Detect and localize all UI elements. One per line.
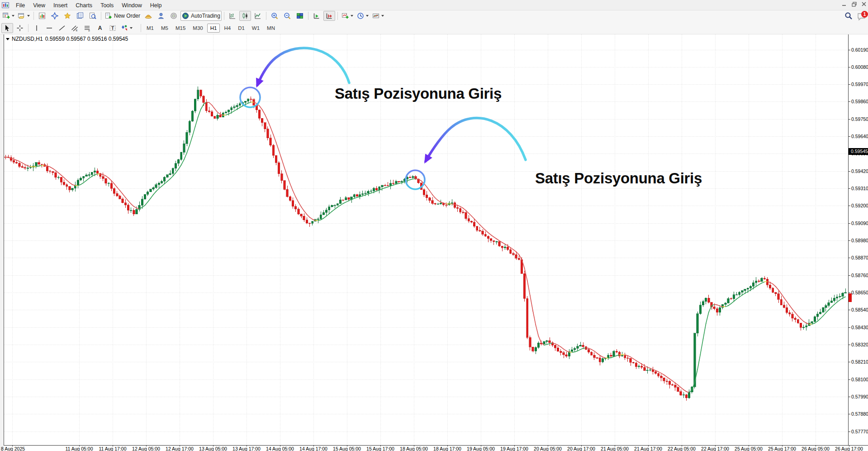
candle-body (331, 205, 333, 207)
zoom-in-button[interactable] (269, 11, 280, 21)
horizontal-line-tool-button[interactable] (43, 23, 55, 33)
ma-segment (293, 191, 296, 197)
svg-text:E: E (76, 29, 78, 31)
zoom-out-button[interactable] (281, 11, 293, 21)
ma-segment (575, 351, 578, 352)
menu-item-tools[interactable]: Tools (96, 1, 118, 10)
ma-segment (558, 345, 561, 347)
autotrading-button[interactable]: AutoTrading (180, 11, 222, 21)
terminal-button[interactable] (74, 11, 86, 21)
candle-body (797, 320, 799, 323)
bar-chart-mode-button[interactable] (227, 11, 238, 21)
timeframe-m30-button[interactable]: M30 (190, 24, 206, 33)
favorites-button[interactable] (62, 11, 73, 21)
vertical-line-tool-button[interactable] (31, 23, 43, 33)
ma-segment (195, 117, 198, 126)
candle-body (423, 190, 425, 195)
timeframe-d1-button[interactable]: D1 (235, 24, 248, 33)
candle-body (794, 318, 796, 320)
price-label: 0.60080 (851, 65, 868, 70)
options-button[interactable] (168, 11, 180, 21)
candle-body (281, 174, 283, 181)
crosshair-tool-button[interactable] (14, 23, 26, 33)
minimize-button[interactable] (841, 1, 847, 7)
text-tool-button[interactable]: A (94, 23, 106, 33)
candle-body (83, 176, 85, 178)
timeframe-mn-button[interactable]: MN (264, 24, 278, 33)
menu-item-help[interactable]: Help (146, 1, 166, 10)
label-tool-button[interactable]: T (107, 23, 119, 33)
indicators-button[interactable] (340, 11, 355, 21)
metaeditor-button[interactable] (87, 11, 99, 21)
expert-advisors-button[interactable] (142, 11, 154, 21)
candle-body (172, 168, 174, 173)
shapes-tool-button[interactable] (119, 23, 134, 33)
tester-play-button[interactable] (311, 11, 323, 21)
ma-segment (460, 206, 463, 208)
candle-body (286, 189, 288, 197)
ma-segment (179, 165, 181, 169)
timeframe-m15-button[interactable]: M15 (172, 24, 189, 33)
price-label: 0.60190 (851, 48, 868, 53)
candle-body (94, 171, 95, 172)
profiles-button[interactable] (17, 11, 31, 21)
candle-body (671, 384, 673, 385)
timeframe-m1-button[interactable]: M1 (143, 24, 157, 33)
trendline-tool-button[interactable] (56, 23, 68, 33)
candle-body (152, 187, 154, 189)
timeframe-m5-button[interactable]: M5 (158, 24, 171, 33)
candlestick-mode-button[interactable] (239, 11, 251, 21)
ma-segment (39, 166, 42, 166)
candle-body (401, 181, 403, 182)
new-chart-button[interactable] (1, 11, 16, 21)
time-tick (648, 445, 649, 446)
time-label: 13 Aug 17:00 (232, 446, 261, 451)
ma-segment (162, 184, 165, 186)
price-tick (849, 101, 850, 102)
dropdown-caret (130, 27, 133, 29)
ma-segment (156, 188, 159, 191)
timeframe-h1-button[interactable]: H1 (207, 24, 220, 33)
tile-windows-button[interactable] (294, 11, 306, 21)
ma-segment (837, 300, 840, 302)
publisher-button[interactable] (155, 11, 167, 21)
close-button[interactable] (861, 1, 867, 7)
ma-segment (645, 366, 647, 367)
new-order-button[interactable]: New Order (104, 11, 142, 21)
search-button[interactable] (844, 12, 853, 22)
fibonacci-tool-button[interactable]: F (81, 23, 93, 33)
menu-item-charts[interactable]: Charts (71, 1, 96, 10)
time-tick (347, 445, 347, 446)
ma-segment (273, 134, 276, 142)
menu-item-window[interactable]: Window (118, 1, 146, 10)
ma-segment (678, 385, 681, 387)
market-watch-button[interactable] (36, 11, 48, 21)
price-axis[interactable]: 0.601900.600800.599700.598600.597500.596… (848, 34, 868, 445)
menu-item-file[interactable]: File (12, 1, 29, 10)
timeframe-w1-button[interactable]: W1 (249, 24, 263, 33)
ma-segment (385, 187, 388, 188)
line-chart-mode-button[interactable] (252, 11, 264, 21)
restore-button[interactable] (851, 1, 857, 7)
menu-item-view[interactable]: View (29, 1, 49, 10)
tester-step-button[interactable] (323, 11, 335, 21)
label-tool-icon: T (109, 24, 116, 32)
time-axis[interactable]: 8 Aug 202511 Aug 05:0011 Aug 17:0012 Aug… (4, 445, 868, 451)
periods-button[interactable] (356, 11, 370, 21)
candle-body (554, 345, 556, 348)
notifications-button[interactable]: 1 (857, 13, 866, 21)
ma-segment (781, 294, 784, 298)
navigator-button[interactable] (49, 11, 61, 21)
ma-segment (580, 348, 583, 350)
price-label: 0.57770 (851, 429, 868, 434)
templates-button[interactable] (371, 11, 385, 21)
ma-segment (759, 283, 762, 285)
menu-item-insert[interactable]: Insert (49, 1, 71, 10)
candle-body (13, 160, 14, 162)
cursor-tool-button[interactable] (1, 23, 13, 33)
candle-body (339, 200, 341, 203)
channel-tool-button[interactable]: E (69, 23, 81, 33)
price-tick (849, 258, 850, 258)
timeframe-h4-button[interactable]: H4 (221, 24, 234, 33)
price-tick (849, 188, 850, 189)
